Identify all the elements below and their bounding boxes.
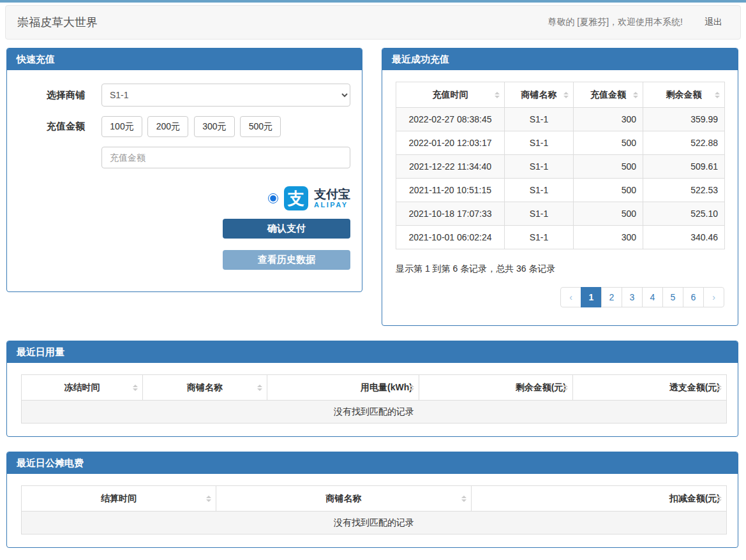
alipay-cn-label: 支付宝 — [314, 188, 350, 201]
record-summary: 显示第 1 到第 6 条记录，总共 36 条记录 — [396, 263, 724, 275]
cell-recharge-amount: 500 — [574, 155, 643, 179]
daily-usage-title: 最近日用量 — [7, 341, 738, 363]
quick-recharge-panel: 快速充值 选择商铺 S1-1 充值金额 100元 200元 300元 — [6, 48, 362, 292]
sort-icon — [409, 385, 414, 391]
amount-preset-button-500[interactable]: 500元 — [240, 116, 281, 137]
amount-preset-button-100[interactable]: 100元 — [101, 116, 142, 137]
empty-state-text: 没有找到匹配的记录 — [22, 401, 727, 424]
top-accent-bar — [0, 0, 746, 3]
amount-label: 充值金额 — [19, 121, 101, 133]
recent-recharge-title: 最近成功充值 — [382, 48, 738, 70]
empty-state-text: 没有找到匹配的记录 — [22, 512, 727, 534]
logout-link[interactable]: 退出 — [705, 17, 727, 28]
table-header-row: 充值时间 商铺名称 充值金额 剩余金额 — [396, 82, 725, 108]
cell-recharge-amount: 500 — [574, 179, 643, 202]
cell-recharge-amount: 300 — [574, 108, 643, 131]
cell-recharge-amount: 300 — [574, 226, 643, 249]
alipay-icon: 支 — [284, 186, 308, 210]
cell-recharge-time: 2022-02-27 08:38:45 — [396, 108, 505, 131]
cell-remaining-amount: 509.61 — [643, 155, 725, 179]
empty-state-row: 没有找到匹配的记录 — [22, 512, 727, 534]
table-row: 2022-02-27 08:38:45 S1-1 300 359.99 — [396, 108, 725, 131]
cell-recharge-time: 2021-11-20 10:51:15 — [396, 179, 505, 202]
payment-method-row: 支 支付宝 ALIPAY — [101, 186, 350, 210]
table-row: 2021-10-18 17:07:33 S1-1 500 525.10 — [396, 202, 725, 226]
confirm-pay-button[interactable]: 确认支付 — [223, 219, 350, 239]
amount-input[interactable] — [101, 147, 350, 168]
pagination-page-6[interactable]: 6 — [683, 287, 704, 307]
sort-icon — [715, 92, 720, 98]
alipay-en-label: ALIPAY — [314, 201, 350, 209]
column-header-remaining-amount[interactable]: 剩余金额 — [643, 82, 725, 108]
quick-recharge-title: 快速充值 — [7, 48, 362, 70]
sort-icon — [563, 92, 569, 98]
column-header-overdraft-yuan[interactable]: 透支金额(元) — [573, 375, 727, 401]
app-header: 崇福皮草大世界 尊敬的 [夏雅芬]，欢迎使用本系统! 退出 — [5, 5, 741, 40]
column-header-freeze-time[interactable]: 冻结时间 — [22, 375, 143, 401]
cell-remaining-amount: 522.53 — [643, 179, 725, 202]
pagination-page-1[interactable]: 1 — [581, 287, 602, 307]
sort-icon — [495, 92, 500, 98]
table-row: 2021-11-20 10:51:15 S1-1 500 522.53 — [396, 179, 725, 202]
sort-icon — [206, 496, 211, 502]
pagination-next[interactable]: › — [703, 287, 724, 307]
column-header-deduction-yuan[interactable]: 扣减金额(元) — [472, 486, 727, 512]
table-header-row: 冻结时间 商铺名称 用电量(kWh) 剩余金额(元) 透支金额(元) — [22, 375, 727, 401]
sort-icon — [461, 496, 466, 502]
recent-recharge-panel: 最近成功充值 充值时间 商铺名称 充值金额 剩余金额 2022 — [382, 48, 738, 326]
alipay-logo-text: 支付宝 ALIPAY — [314, 188, 350, 209]
cell-recharge-amount: 500 — [574, 202, 643, 226]
alipay-radio[interactable] — [268, 193, 278, 203]
shared-fee-title: 最近日公摊电费 — [7, 452, 738, 474]
table-row: 2022-01-20 12:03:17 S1-1 500 522.88 — [396, 131, 725, 155]
cell-remaining-amount: 340.46 — [643, 226, 725, 249]
table-row: 2021-10-01 06:02:24 S1-1 300 340.46 — [396, 226, 725, 249]
pagination: ‹ 1 2 3 4 5 6 › — [396, 287, 724, 307]
pagination-page-4[interactable]: 4 — [642, 287, 663, 307]
amount-preset-button-200[interactable]: 200元 — [147, 116, 188, 137]
app-title: 崇福皮草大世界 — [17, 15, 98, 30]
cell-remaining-amount: 525.10 — [643, 202, 725, 226]
empty-state-row: 没有找到匹配的记录 — [22, 401, 727, 424]
shared-fee-table: 结算时间 商铺名称 扣减金额(元) 没有找到匹配的记录 — [21, 485, 727, 534]
cell-recharge-time: 2022-01-20 12:03:17 — [396, 131, 505, 155]
pagination-page-2[interactable]: 2 — [601, 287, 622, 307]
pagination-prev[interactable]: ‹ — [560, 287, 581, 307]
table-header-row: 结算时间 商铺名称 扣减金额(元) — [22, 486, 727, 512]
column-header-recharge-time[interactable]: 充值时间 — [396, 82, 505, 108]
column-header-shop-name[interactable]: 商铺名称 — [216, 486, 472, 512]
cell-shop-name: S1-1 — [505, 108, 574, 131]
pagination-page-5[interactable]: 5 — [662, 287, 683, 307]
daily-usage-panel: 最近日用量 冻结时间 商铺名称 用电量(kWh) 剩余金额(元) 透支金额(元)… — [6, 341, 738, 437]
amount-preset-button-300[interactable]: 300元 — [194, 116, 235, 137]
cell-recharge-time: 2021-10-01 06:02:24 — [396, 226, 505, 249]
cell-recharge-time: 2021-10-18 17:07:33 — [396, 202, 505, 226]
cell-shop-name: S1-1 — [505, 179, 574, 202]
shop-select-label: 选择商铺 — [19, 89, 101, 101]
sort-icon — [563, 385, 568, 391]
cell-remaining-amount: 359.99 — [643, 108, 725, 131]
column-header-recharge-amount[interactable]: 充值金额 — [574, 82, 643, 108]
column-header-shop-name[interactable]: 商铺名称 — [505, 82, 574, 108]
column-header-settle-time[interactable]: 结算时间 — [22, 486, 216, 512]
cell-recharge-amount: 500 — [574, 131, 643, 155]
sort-icon — [717, 385, 722, 391]
pagination-page-3[interactable]: 3 — [622, 287, 643, 307]
sort-icon — [633, 92, 638, 98]
cell-shop-name: S1-1 — [505, 155, 574, 179]
daily-usage-table: 冻结时间 商铺名称 用电量(kWh) 剩余金额(元) 透支金额(元) 没有找到匹… — [21, 374, 727, 424]
cell-shop-name: S1-1 — [505, 226, 574, 249]
table-row: 2021-12-22 11:34:40 S1-1 500 509.61 — [396, 155, 725, 179]
cell-remaining-amount: 522.88 — [643, 131, 725, 155]
shop-select[interactable]: S1-1 — [101, 84, 350, 107]
sort-icon — [717, 496, 722, 502]
sort-icon — [133, 385, 138, 391]
column-header-usage-kwh[interactable]: 用电量(kWh) — [267, 375, 419, 401]
column-header-remaining-yuan[interactable]: 剩余金额(元) — [419, 375, 573, 401]
view-history-button[interactable]: 查看历史数据 — [223, 250, 350, 270]
shared-fee-panel: 最近日公摊电费 结算时间 商铺名称 扣减金额(元) 没有找到匹配的记录 — [6, 452, 738, 548]
cell-shop-name: S1-1 — [505, 131, 574, 155]
cell-recharge-time: 2021-12-22 11:34:40 — [396, 155, 505, 179]
column-header-shop-name[interactable]: 商铺名称 — [143, 375, 267, 401]
sort-icon — [257, 385, 262, 391]
